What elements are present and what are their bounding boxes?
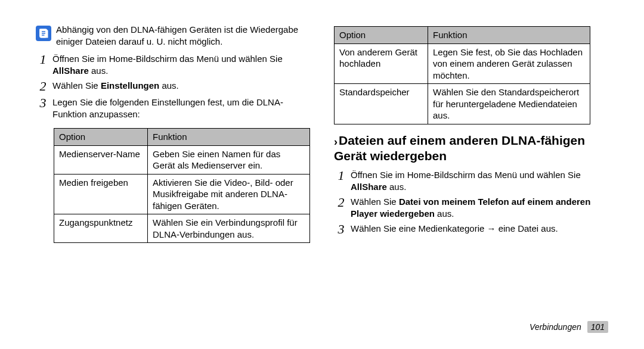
option-cell: Medien freigeben (54, 174, 148, 214)
section-heading: ›Dateien auf einem anderen DLNA-fähigen … (334, 133, 608, 164)
section-heading-text: Dateien auf einem anderen DLNA-fähigen G… (334, 133, 585, 163)
table-row: Medienserver-Name Geben Sie einen Namen … (54, 145, 310, 174)
step-item: 1 Öffnen Sie im Home-Bildschirm das Menü… (36, 53, 310, 76)
function-cell: Geben Sie einen Namen für das Gerät als … (148, 145, 310, 174)
step-number: 1 (334, 169, 348, 182)
note-callout: Abhängig von den DLNA-fähigen Geräten is… (36, 24, 310, 47)
step-number: 3 (334, 223, 348, 236)
step-number: 2 (36, 80, 50, 93)
step-text-post: aus. (159, 80, 179, 91)
step-text: Öffnen Sie im Home-Bildschirm das Menü u… (52, 53, 310, 76)
option-cell: Zugangspunktnetz (54, 214, 148, 243)
step-text: Wählen Sie eine Medienkategorie → eine D… (351, 223, 608, 235)
function-cell: Wählen Sie ein Verbindungsprofil für DLN… (148, 214, 310, 243)
footer-section-name: Verbindungen (530, 322, 581, 332)
page-footer: Verbindungen 101 (530, 322, 608, 332)
step-text-pre: Wählen Sie (52, 80, 101, 91)
step-text-pre: Öffnen Sie im Home-Bildschirm das Menü u… (52, 54, 283, 64)
left-options-table: Option Funktion Medienserver-Name Geben … (54, 128, 310, 243)
table-row: Von anderem Gerät hochladen Legen Sie fe… (335, 43, 590, 84)
step-item: 2 Wählen Sie Datei von meinem Telefon au… (334, 196, 608, 219)
step-text: Wählen Sie Datei von meinem Telefon auf … (351, 196, 608, 219)
option-cell: Von anderem Gerät hochladen (335, 43, 428, 84)
right-options-table: Option Funktion Von anderem Gerät hochla… (334, 26, 590, 124)
step-text-pre: Öffnen Sie im Home-Bildschirm das Menü u… (351, 170, 581, 180)
step-item: 1 Öffnen Sie im Home-Bildschirm das Menü… (334, 169, 608, 192)
step-text-bold: AllShare (52, 66, 89, 76)
step-text-pre: Wählen Sie eine Medienkategorie → eine D… (351, 223, 558, 233)
table-header-row: Option Funktion (54, 129, 310, 146)
step-text-post: aus. (435, 208, 454, 219)
step-text-bold: AllShare (351, 182, 387, 192)
page-root: Abhängig von den DLNA-fähigen Geräten is… (0, 0, 644, 349)
step-item: 3 Legen Sie die folgenden Einstellungen … (36, 96, 310, 120)
two-column-layout: Abhängig von den DLNA-fähigen Geräten is… (36, 24, 608, 245)
table-row: Medien freigeben Aktivieren Sie die Vide… (54, 174, 310, 214)
step-number: 1 (36, 53, 50, 66)
footer-page-number: 101 (587, 321, 608, 333)
table-header-function: Funktion (428, 27, 590, 44)
step-text-post: aus. (387, 182, 407, 192)
right-column: Option Funktion Von anderem Gerät hochla… (334, 24, 608, 245)
step-item: 3 Wählen Sie eine Medienkategorie → eine… (334, 223, 608, 236)
table-header-row: Option Funktion (335, 27, 590, 44)
left-column: Abhängig von den DLNA-fähigen Geräten is… (36, 24, 310, 245)
step-text: Legen Sie die folgenden Einstellungen fe… (52, 96, 310, 120)
table-row: Standardspeicher Wählen Sie den Standard… (335, 84, 590, 124)
step-number: 3 (36, 96, 50, 110)
chevron-right-icon: › (334, 136, 338, 148)
option-cell: Medienserver-Name (54, 145, 148, 174)
option-cell: Standardspeicher (335, 84, 428, 124)
step-text-post: aus. (89, 66, 109, 76)
step-text: Öffnen Sie im Home-Bildschirm das Menü u… (351, 169, 608, 192)
step-text: Wählen Sie Einstellungen aus. (52, 80, 310, 92)
left-steps-list: 1 Öffnen Sie im Home-Bildschirm das Menü… (36, 53, 310, 120)
function-cell: Aktivieren Sie die Video-, Bild- oder Mu… (148, 174, 310, 214)
table-header-function: Funktion (148, 129, 310, 146)
table-row: Zugangspunktnetz Wählen Sie ein Verbindu… (54, 214, 310, 243)
table-header-option: Option (54, 129, 148, 146)
function-cell: Legen Sie fest, ob Sie das Hochladen von… (428, 43, 590, 84)
note-icon (36, 26, 51, 41)
function-cell: Wählen Sie den Standardspeicherort für h… (428, 84, 590, 124)
step-text-pre: Wählen Sie (351, 197, 399, 207)
step-item: 2 Wählen Sie Einstellungen aus. (36, 80, 310, 93)
table-header-option: Option (335, 27, 428, 44)
note-text: Abhängig von den DLNA-fähigen Geräten is… (56, 24, 310, 47)
right-steps-list: 1 Öffnen Sie im Home-Bildschirm das Menü… (334, 169, 608, 236)
step-number: 2 (334, 196, 348, 209)
step-text-pre: Legen Sie die folgenden Einstellungen fe… (52, 97, 283, 119)
step-text-bold: Einstellungen (101, 80, 159, 91)
